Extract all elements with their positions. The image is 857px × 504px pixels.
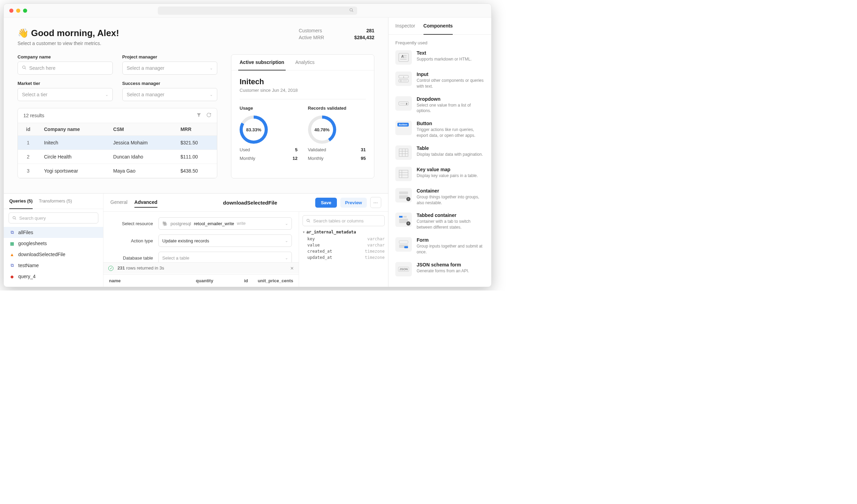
success-placeholder: Select a manager (127, 92, 165, 97)
text-icon: A (395, 50, 412, 65)
filter-icon[interactable] (196, 112, 201, 119)
dropdown-icon (395, 96, 412, 111)
table-row[interactable]: 2 Circle Health Duncan Idaho $111.00 (18, 150, 217, 164)
chevron-down-icon: ⌄ (285, 221, 288, 226)
customer-since: Customer since Jun 24, 2018 (240, 88, 366, 93)
result-col-quantity[interactable]: quantity (178, 278, 213, 283)
query-title: downloadSelectedFile (223, 200, 277, 206)
database-icon: ⧉ (9, 230, 15, 235)
component-form[interactable]: FormGroup inputs together and submit at … (395, 237, 484, 255)
action-type-select[interactable]: Update existing records ⌄ (158, 234, 292, 247)
components-section-title: Frequently used (395, 40, 484, 45)
svg-point-4 (13, 217, 15, 219)
svg-point-6 (307, 219, 309, 222)
component-input[interactable]: I InputControl other components or queri… (395, 72, 484, 89)
tab-general[interactable]: General (110, 197, 128, 208)
chevron-down-icon: ⌄ (285, 239, 288, 243)
customer-title: Initech (240, 77, 366, 86)
search-icon (22, 65, 26, 71)
query-item-testname[interactable]: ⧉testName (4, 260, 103, 271)
schema-col: created_attimezone (303, 248, 385, 254)
svg-line-5 (15, 219, 16, 220)
project-manager-select[interactable]: Select a manager ⌄ (122, 62, 218, 75)
usage-title: Usage (240, 106, 298, 111)
col-mrr[interactable]: MRR (175, 123, 217, 136)
market-tier-select[interactable]: Select a tier ⌄ (18, 88, 113, 101)
svg-line-1 (352, 11, 353, 12)
minimize-icon[interactable] (16, 9, 20, 13)
add-icon: + (406, 197, 410, 201)
close-icon[interactable]: ✕ (290, 266, 294, 271)
col-id[interactable]: id (18, 123, 39, 136)
schema-col: valuevarchar (303, 242, 385, 248)
query-item-googlesheets[interactable]: ▦googlesheets (4, 238, 103, 249)
postgres-icon: 🐘 (162, 221, 168, 226)
tab-advanced[interactable]: Advanced (134, 197, 157, 208)
tab-active-subscription[interactable]: Active subscription (238, 55, 286, 70)
close-icon[interactable] (9, 9, 13, 13)
component-button[interactable]: Action ButtonTrigger actions like run qu… (395, 121, 484, 139)
tab-components[interactable]: Components (424, 18, 453, 35)
svg-rect-36 (404, 246, 408, 248)
firebase-icon: ▲ (9, 252, 15, 257)
summary-stats: Customers 281 Active MRR $284,432 (299, 28, 374, 42)
tab-queries[interactable]: Queries (5) (9, 194, 33, 209)
add-icon: + (406, 221, 410, 226)
tab-inspector[interactable]: Inspector (395, 18, 415, 34)
table-row[interactable]: 3 Yogi sportswear Maya Gao $438.50 (18, 164, 217, 178)
more-button[interactable]: ⋯ (370, 197, 381, 208)
tab-analytics[interactable]: Analytics (294, 55, 316, 70)
resource-select[interactable]: 🐘 postgresql retool_emailer_write write … (158, 217, 292, 230)
refresh-icon[interactable] (206, 112, 211, 119)
save-button[interactable]: Save (315, 198, 337, 208)
component-container[interactable]: + ContainerGroup things together into gr… (395, 188, 484, 206)
component-tabbed-container[interactable]: + Tabbed containerContainer with a tab t… (395, 212, 484, 230)
container-icon: + (395, 188, 412, 202)
traffic-lights (9, 9, 27, 13)
col-company[interactable]: Company name (39, 123, 108, 136)
company-name-label: Company name (18, 54, 113, 59)
schema-search-input[interactable]: Search tables or columns (303, 215, 385, 226)
tier-placeholder: Select a tier (22, 92, 47, 97)
tab-transformers[interactable]: Transformers (5) (39, 194, 72, 209)
col-csm[interactable]: CSM (108, 123, 175, 136)
success-manager-select[interactable]: Select a manager ⌄ (122, 88, 218, 101)
svg-text:A: A (401, 54, 404, 58)
sheets-icon: ▦ (9, 241, 15, 246)
query-item-download[interactable]: ▲downloadSelectedFile (4, 249, 103, 260)
action-type-label: Action type (110, 238, 158, 243)
page-title: 👋 Good morning, Alex! (18, 28, 119, 39)
svg-rect-31 (399, 216, 403, 218)
component-text[interactable]: A TextSupports markdown or HTML. (395, 50, 484, 65)
button-icon: Action (395, 121, 412, 135)
input-icon: I (395, 72, 412, 86)
chevron-down-icon: ⌄ (210, 92, 213, 97)
query-search-input[interactable]: Search query (9, 212, 98, 223)
schema-table-name[interactable]: ▾ar_internal_metadata (303, 230, 385, 234)
result-col-id[interactable]: id (213, 278, 248, 283)
svg-rect-20 (399, 149, 408, 156)
window-titlebar (4, 4, 491, 18)
preview-button[interactable]: Preview (340, 198, 367, 208)
svg-rect-32 (403, 216, 407, 218)
chevron-down-icon: ⌄ (210, 66, 213, 70)
search-icon (349, 8, 354, 13)
table-row[interactable]: 1 Initech Jessica Mohaim $321.50 (18, 136, 217, 150)
component-dropdown[interactable]: DropdownSelect one value from a list of … (395, 96, 484, 114)
success-manager-label: Success manager (122, 81, 218, 86)
company-placeholder: Search here (29, 65, 108, 71)
omnibox-search[interactable] (158, 7, 357, 15)
component-keyvalue[interactable]: Key value mapDisplay key value pairs in … (395, 167, 484, 181)
database-table-label: Database table (110, 255, 158, 261)
component-table[interactable]: TableDisplay tabular data with paginatio… (395, 145, 484, 160)
form-icon (395, 237, 412, 252)
resource-label: Select resource (110, 221, 158, 226)
result-col-unit[interactable]: unit_price_cents (248, 278, 293, 283)
component-json-form[interactable]: JSON JSON schema formGenerate forms from… (395, 262, 484, 276)
query-item-allfiles[interactable]: ⧉allFiles (4, 227, 103, 238)
result-col-name[interactable]: name (109, 278, 178, 283)
company-name-input[interactable]: Search here (18, 62, 113, 75)
project-manager-label: Project manager (122, 54, 218, 59)
maximize-icon[interactable] (23, 9, 27, 13)
query-item-query4[interactable]: ◆query_4 (4, 271, 103, 282)
